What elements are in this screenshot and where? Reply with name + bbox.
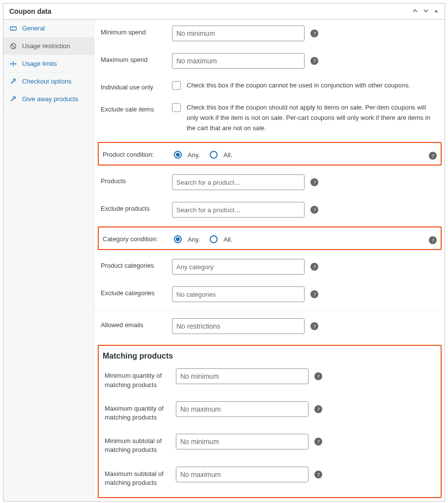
svg-line-3 (12, 44, 15, 48)
matching-products-section: Matching products Minimum quantity of ma… (98, 345, 442, 498)
exclude-sale-checkbox[interactable] (172, 103, 181, 112)
row-exclude-sale: Exclude sale items Check this box if the… (95, 97, 445, 139)
row-min-spend: Minimum spend ? (95, 20, 445, 47)
sidebar-item-usage-restriction[interactable]: Usage restriction (3, 37, 94, 55)
sidebar: General Usage restriction Usage limits C… (3, 20, 95, 501)
product-condition-all-radio[interactable] (210, 151, 218, 159)
category-condition-all-label: All. (224, 236, 232, 243)
row-exclude-products: Exclude products Search for a product… ? (95, 196, 445, 224)
row-products: Products Search for a product… ? (95, 168, 445, 196)
panel-body: General Usage restriction Usage limits C… (3, 20, 445, 501)
product-condition-any-label: Any. (188, 151, 200, 159)
row-categories: Product categories Any category ? (95, 253, 445, 280)
help-icon[interactable]: ? (310, 290, 318, 298)
row-min-sub: Minimum subtotal of matching products ? (99, 428, 441, 460)
ticket-icon (9, 25, 17, 32)
label-individual-use: Individual use only (101, 81, 172, 91)
limits-icon (9, 60, 17, 67)
panel-controls (412, 8, 439, 15)
label-min-spend: Minimum spend (101, 26, 172, 36)
label-products: Products (101, 174, 172, 185)
row-max-spend: Maximum spend ? (95, 47, 445, 75)
label-min-sub: Minimum subtotal of matching products (105, 434, 176, 454)
block-icon (9, 43, 17, 50)
row-max-sub: Maximum subtotal of matching products ? (99, 461, 441, 493)
sidebar-item-usage-limits[interactable]: Usage limits (3, 55, 94, 73)
min-sub-input[interactable] (176, 434, 308, 449)
label-exclude-products: Exclude products (101, 202, 172, 212)
emails-input[interactable] (172, 318, 305, 334)
help-icon[interactable]: ? (310, 263, 318, 271)
row-emails: Allowed emails ? (95, 312, 445, 340)
product-condition-all-label: All. (224, 151, 232, 159)
min-qty-input[interactable] (176, 368, 308, 384)
help-icon[interactable]: ? (429, 236, 437, 244)
categories-select[interactable]: Any category (172, 259, 305, 275)
label-min-qty: Minimum quantity of matching products (105, 368, 176, 389)
label-max-spend: Maximum spend (101, 53, 172, 63)
sidebar-item-label: Give away products (22, 95, 78, 103)
label-emails: Allowed emails (101, 318, 172, 329)
wrench-icon (9, 96, 17, 103)
label-categories: Product categories (101, 259, 172, 269)
panel-header: Coupon data (3, 3, 445, 20)
row-max-qty: Maximum quantity of matching products ? (99, 395, 441, 428)
label-product-condition: Product condition: (103, 148, 174, 158)
help-icon[interactable]: ? (314, 438, 322, 446)
move-down-icon[interactable] (423, 8, 429, 15)
help-icon[interactable]: ? (314, 372, 322, 380)
help-icon[interactable]: ? (310, 206, 318, 214)
max-qty-input[interactable] (176, 401, 308, 417)
sidebar-item-giveaway[interactable]: Give away products (3, 90, 94, 108)
sidebar-item-checkout-options[interactable]: Checkout options (3, 73, 94, 90)
exclude-categories-select[interactable]: No categories (172, 286, 305, 302)
exclude-sale-text: Check this box if the coupon should not … (187, 103, 439, 133)
matching-title: Matching products (99, 346, 441, 363)
row-individual-use: Individual use only Check this box if th… (95, 75, 445, 97)
category-condition-any-label: Any. (188, 236, 200, 243)
label-max-sub: Maximum subtotal of matching products (105, 467, 176, 487)
label-category-condition: Category condition: (103, 232, 174, 243)
highlight-product-condition: Product condition: Any. All. ? (98, 142, 442, 166)
category-condition-all-radio[interactable] (210, 235, 218, 243)
row-exclude-categories: Exclude categories No categories ? (95, 280, 445, 308)
label-exclude-sale: Exclude sale items (101, 103, 172, 113)
category-condition-any-radio[interactable] (174, 235, 182, 243)
help-icon[interactable]: ? (314, 471, 322, 478)
help-icon[interactable]: ? (314, 405, 322, 413)
label-exclude-categories: Exclude categories (101, 286, 172, 297)
sidebar-item-label: Usage restriction (22, 42, 70, 50)
help-icon[interactable]: ? (310, 178, 318, 186)
help-icon[interactable]: ? (310, 57, 318, 65)
sidebar-item-label: General (22, 25, 45, 32)
row-product-condition: Product condition: Any. All. ? (99, 143, 441, 165)
help-icon[interactable]: ? (310, 322, 318, 330)
product-condition-any-radio[interactable] (174, 151, 182, 159)
label-max-qty: Maximum quantity of matching products (105, 401, 176, 422)
divider (95, 310, 445, 310)
row-category-condition: Category condition: Any. All. ? (99, 227, 441, 249)
min-spend-input[interactable] (172, 26, 305, 41)
exclude-products-select[interactable]: Search for a product… (172, 202, 305, 218)
individual-use-text: Check this box if the coupon cannot be u… (187, 81, 410, 91)
help-icon[interactable]: ? (429, 152, 437, 160)
row-min-qty: Minimum quantity of matching products ? (99, 363, 441, 395)
sidebar-item-label: Checkout options (22, 78, 71, 85)
panel-title: Coupon data (9, 7, 52, 15)
products-select[interactable]: Search for a product… (172, 174, 305, 190)
move-up-icon[interactable] (412, 8, 418, 15)
sidebar-item-general[interactable]: General (3, 20, 94, 37)
svg-rect-0 (10, 27, 16, 30)
max-sub-input[interactable] (176, 467, 308, 482)
wrench-icon (9, 78, 17, 85)
toggle-panel-icon[interactable] (434, 8, 439, 15)
individual-use-checkbox[interactable] (172, 81, 181, 90)
content: Minimum spend ? Maximum spend ? Individu… (95, 20, 445, 501)
highlight-category-condition: Category condition: Any. All. ? (98, 226, 442, 250)
sidebar-item-label: Usage limits (22, 60, 57, 67)
help-icon[interactable]: ? (310, 29, 318, 37)
coupon-data-panel: Coupon data General (3, 3, 445, 502)
max-spend-input[interactable] (172, 53, 305, 69)
